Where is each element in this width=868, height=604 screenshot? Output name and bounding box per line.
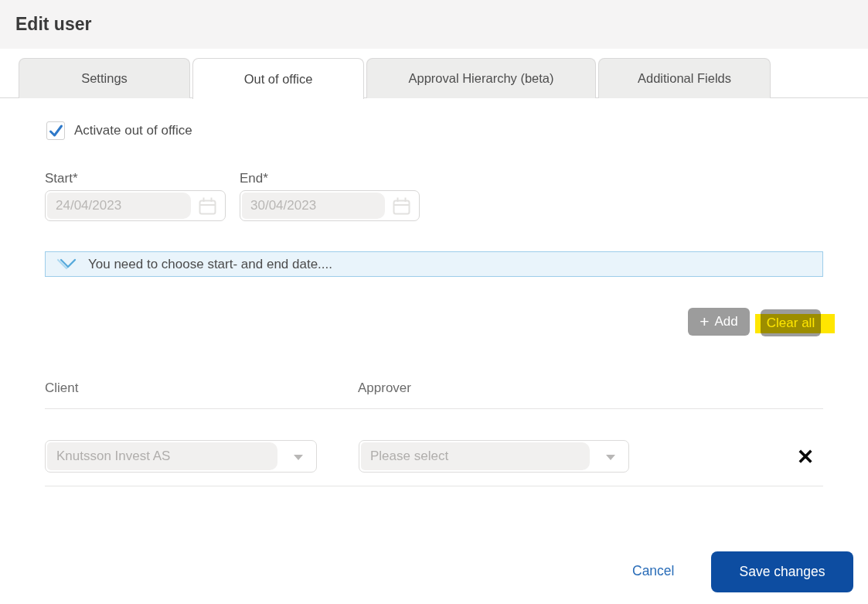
start-date-label: Start* — [45, 171, 78, 186]
tab-approval-hierarchy[interactable]: Approval Hierarchy (beta) — [366, 58, 596, 98]
client-dropdown[interactable]: Knutsson Invest AS — [45, 440, 317, 473]
add-button[interactable]: + Add — [688, 308, 750, 336]
chevron-down-icon — [56, 258, 79, 271]
calendar-icon[interactable] — [391, 196, 412, 217]
approver-dropdown[interactable]: Please select — [359, 440, 629, 473]
end-date-label: End* — [240, 171, 268, 186]
client-dropdown-value: Knutsson Invest AS — [46, 441, 316, 472]
add-button-label: Add — [715, 314, 738, 329]
clear-all-button[interactable]: Clear all — [761, 309, 821, 336]
close-icon: ✕ — [797, 445, 815, 469]
client-column-header: Client — [45, 380, 78, 396]
save-changes-button[interactable]: Save changes — [711, 551, 853, 592]
tab-additional-fields[interactable]: Additional Fields — [598, 58, 771, 98]
tab-additional-fields-label: Additional Fields — [638, 71, 731, 86]
calendar-icon[interactable] — [197, 196, 218, 217]
tab-out-of-office-label: Out of office — [244, 72, 313, 87]
approver-column-header: Approver — [358, 380, 411, 396]
caret-down-icon — [606, 455, 615, 460]
page-title: Edit user — [15, 14, 91, 35]
dialog-header: Edit user — [0, 0, 868, 49]
tab-settings[interactable]: Settings — [19, 58, 190, 98]
remove-row-button[interactable]: ✕ — [791, 443, 819, 471]
cancel-button[interactable]: Cancel — [632, 563, 674, 579]
table-header-divider — [45, 408, 823, 409]
checkmark-icon — [49, 124, 63, 138]
tab-bar: Settings Out of office Approval Hierarch… — [0, 58, 868, 98]
caret-down-icon — [294, 455, 303, 460]
start-date-field[interactable]: 24/04/2023 — [45, 190, 226, 221]
info-banner-message: You need to choose start- and end date..… — [88, 257, 332, 272]
end-date-field[interactable]: 30/04/2023 — [240, 190, 420, 221]
plus-icon: + — [700, 313, 709, 329]
clear-all-button-label: Clear all — [767, 316, 815, 331]
edit-user-dialog: Edit user Settings Out of office Approva… — [0, 0, 868, 604]
tab-approval-hierarchy-label: Approval Hierarchy (beta) — [409, 71, 554, 86]
activate-out-of-office-row: Activate out of office — [46, 121, 192, 140]
tab-out-of-office[interactable]: Out of office — [192, 58, 364, 99]
table-row-divider — [45, 486, 823, 486]
activate-out-of-office-label: Activate out of office — [74, 123, 192, 138]
activate-out-of-office-checkbox[interactable] — [46, 121, 65, 140]
tab-settings-label: Settings — [81, 71, 128, 86]
approver-dropdown-placeholder: Please select — [359, 441, 628, 472]
info-banner: You need to choose start- and end date..… — [45, 251, 823, 277]
